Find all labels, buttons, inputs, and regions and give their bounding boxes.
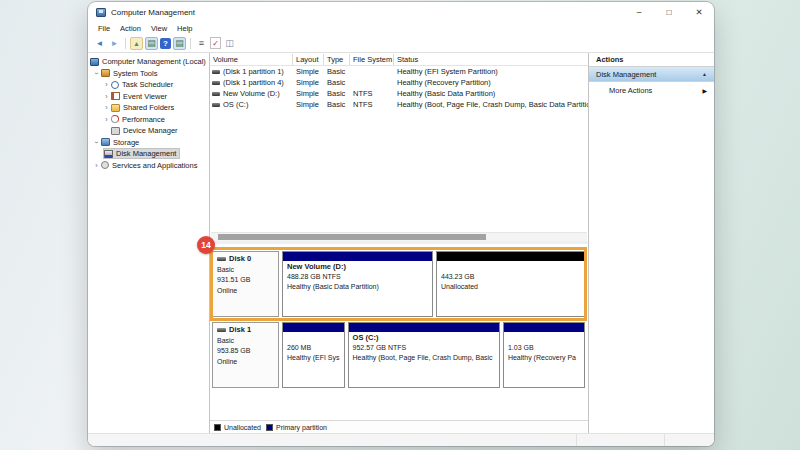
back-icon[interactable]: ◄ — [93, 37, 106, 50]
console-panel-icon[interactable]: ◫ — [223, 37, 236, 50]
partition-recovery[interactable]: 1.03 GB Healthy (Recovery Pa — [503, 322, 585, 388]
up-level-icon[interactable]: ▲ — [130, 37, 143, 50]
actions-pane: Actions Disk Management ▲ More Actions ▶ — [589, 53, 714, 433]
unallocated-swatch-icon — [214, 424, 221, 431]
more-actions-item[interactable]: More Actions ▶ — [589, 82, 714, 98]
properties-check-icon[interactable]: ✓ — [210, 37, 221, 49]
storage-icon — [101, 138, 110, 146]
volume-list: Volume Layout Type File System Status (D… — [210, 53, 588, 244]
event-log-icon — [111, 92, 120, 100]
column-layout[interactable]: Layout — [293, 54, 324, 65]
volume-icon — [212, 103, 220, 107]
shared-folder-icon — [111, 104, 120, 112]
console-tree: Computer Management (Local) › System Too… — [88, 53, 210, 433]
help-icon[interactable]: ? — [160, 38, 171, 49]
disk-graphical-view: 14 Disk 0 Basic 931.51 GB Online New Vol… — [210, 244, 588, 433]
title-bar[interactable]: Computer Management – □ ✕ — [88, 2, 714, 22]
chevron-right-icon[interactable]: › — [102, 116, 111, 123]
menu-bar: File Action View Help — [88, 22, 714, 34]
volume-row[interactable]: New Volume (D:) Simple Basic NTFS Health… — [210, 88, 588, 99]
primary-partition-bar — [504, 323, 584, 332]
primary-partition-bar — [349, 323, 499, 332]
toolbar-separator — [190, 38, 191, 49]
performance-icon — [111, 115, 119, 123]
partition-os-c[interactable]: OS (C:) 952.57 GB NTFS Healthy (Boot, Pa… — [348, 322, 500, 388]
disk-1-label[interactable]: Disk 1 Basic 953.85 GB Online — [212, 322, 279, 388]
submenu-arrow-icon: ▶ — [702, 87, 707, 94]
volume-list-header: Volume Layout Type File System Status — [210, 53, 588, 66]
actions-header: Actions — [589, 53, 714, 67]
maximize-button[interactable]: □ — [654, 2, 684, 22]
tree-item-storage[interactable]: › Storage — [88, 137, 209, 149]
computer-management-window: Computer Management – □ ✕ File Action Vi… — [88, 2, 714, 446]
chevron-down-icon[interactable]: › — [93, 138, 100, 147]
partition-new-volume-d[interactable]: New Volume (D:) 488.28 GB NTFS Healthy (… — [282, 251, 433, 317]
actions-disk-management-group[interactable]: Disk Management ▲ — [589, 67, 714, 82]
disk-management-icon — [104, 150, 113, 158]
tree-item-performance[interactable]: › Performance — [88, 114, 209, 126]
status-bar — [88, 433, 714, 446]
volume-row[interactable]: (Disk 1 partition 4) Simple Basic Health… — [210, 77, 588, 88]
chevron-right-icon[interactable]: › — [102, 81, 111, 88]
primary-partition-swatch-icon — [266, 424, 273, 431]
main-content: Computer Management (Local) › System Too… — [88, 53, 714, 433]
primary-partition-bar — [283, 252, 432, 261]
disk-1-row: Disk 1 Basic 953.85 GB Online 260 MB Hea… — [212, 322, 585, 388]
show-action-pane-icon[interactable]: ▤ — [173, 37, 186, 50]
column-status[interactable]: Status — [394, 54, 588, 65]
clock-icon — [111, 81, 119, 89]
close-button[interactable]: ✕ — [684, 2, 714, 22]
column-volume[interactable]: Volume — [210, 54, 293, 65]
legend-unallocated: Unallocated — [214, 424, 261, 431]
disk-0-row: 14 Disk 0 Basic 931.51 GB Online New Vol… — [212, 251, 585, 317]
disk-icon — [217, 257, 226, 261]
primary-partition-bar — [283, 323, 344, 332]
tree-item-shared-folders[interactable]: › Shared Folders — [88, 102, 209, 114]
chevron-down-icon[interactable]: › — [93, 69, 100, 78]
disk-management-pane: Volume Layout Type File System Status (D… — [210, 53, 589, 433]
volume-icon — [212, 81, 220, 85]
volume-icon — [212, 70, 220, 74]
legend-primary-partition: Primary partition — [266, 424, 327, 431]
horizontal-scrollbar[interactable] — [211, 232, 587, 241]
app-icon — [96, 8, 106, 17]
menu-action[interactable]: Action — [115, 24, 146, 33]
popup-menu-icon[interactable]: ≡ — [195, 37, 208, 50]
unallocated-partition-bar — [437, 252, 584, 261]
menu-help[interactable]: Help — [172, 24, 197, 33]
chevron-right-icon[interactable]: › — [102, 104, 111, 111]
minimize-button[interactable]: – — [624, 2, 654, 22]
tree-item-disk-management[interactable]: Disk Management — [88, 148, 209, 160]
services-icon — [101, 161, 109, 169]
partition-efi-system[interactable]: 260 MB Healthy (EFI Sys — [282, 322, 345, 388]
tree-item-event-viewer[interactable]: › Event Viewer — [88, 91, 209, 103]
window-controls: – □ ✕ — [624, 2, 714, 22]
computer-icon — [90, 58, 99, 66]
chevron-right-icon[interactable]: › — [92, 162, 101, 169]
column-file-system[interactable]: File System — [350, 54, 394, 65]
tree-item-task-scheduler[interactable]: › Task Scheduler — [88, 79, 209, 91]
menu-file[interactable]: File — [93, 24, 115, 33]
volume-icon — [212, 92, 220, 96]
toolbar: ◄ ► ▲ ▤ ? ▤ ≡ ✓ ◫ — [88, 34, 714, 53]
tree-item-services-and-applications[interactable]: › Services and Applications — [88, 160, 209, 172]
collapse-arrow-icon[interactable]: ▲ — [702, 71, 707, 77]
volume-row[interactable]: OS (C:) Simple Basic NTFS Healthy (Boot,… — [210, 99, 588, 110]
show-console-tree-icon[interactable]: ▤ — [145, 37, 158, 50]
annotation-badge: 14 — [197, 236, 215, 254]
toolbar-separator — [125, 38, 126, 49]
disk-0-label[interactable]: Disk 0 Basic 931.51 GB Online — [212, 251, 279, 317]
tree-item-device-manager[interactable]: Device Manager — [88, 125, 209, 137]
volume-row[interactable]: (Disk 1 partition 1) Simple Basic Health… — [210, 66, 588, 77]
forward-icon[interactable]: ► — [108, 37, 121, 50]
chevron-right-icon[interactable]: › — [102, 93, 111, 100]
tree-item-computer-management[interactable]: Computer Management (Local) — [88, 56, 209, 68]
menu-view[interactable]: View — [146, 24, 172, 33]
partition-unallocated[interactable]: 443.23 GB Unallocated — [436, 251, 585, 317]
scrollbar-thumb[interactable] — [218, 234, 486, 240]
disk-icon — [217, 328, 226, 332]
partition-legend: Unallocated Primary partition — [210, 420, 588, 433]
tree-item-system-tools[interactable]: › System Tools — [88, 68, 209, 80]
column-type[interactable]: Type — [324, 54, 350, 65]
toolbox-icon — [101, 69, 110, 77]
